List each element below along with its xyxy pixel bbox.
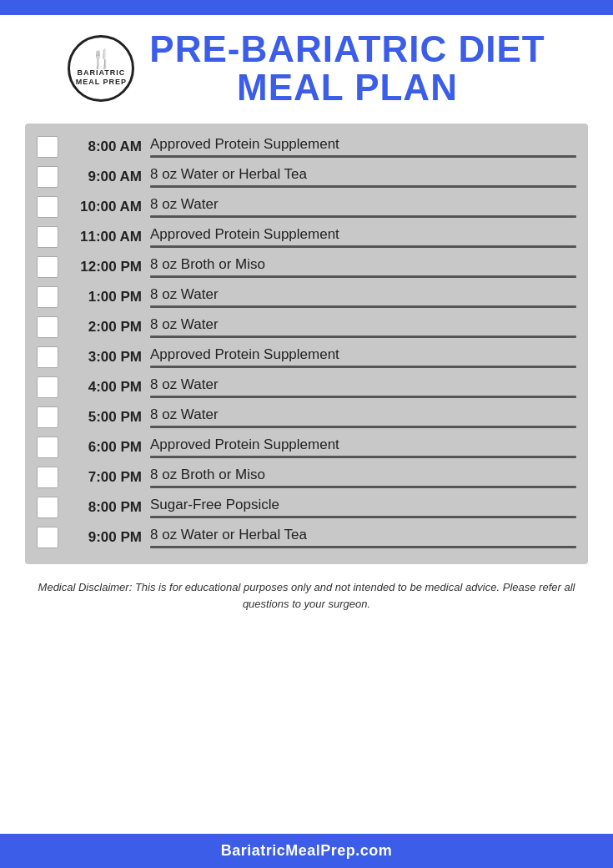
- meal-row: 8:00 AMApproved Protein Supplement: [37, 132, 576, 162]
- meal-plan-container: 8:00 AMApproved Protein Supplement9:00 A…: [25, 124, 588, 564]
- meal-row: 11:00 AMApproved Protein Supplement: [37, 222, 576, 252]
- meal-checkbox[interactable]: [37, 406, 58, 428]
- footer-url: BariatricMealPrep.com: [221, 842, 393, 859]
- meal-checkbox[interactable]: [37, 286, 58, 308]
- meal-checkbox[interactable]: [37, 316, 58, 338]
- meal-underline: [150, 215, 576, 218]
- meal-row: 7:00 PM8 oz Broth or Miso: [37, 462, 576, 492]
- meal-content: 8 oz Water or Herbal Tea: [150, 527, 576, 548]
- meal-underline: [150, 546, 576, 548]
- footer-bar: BariatricMealPrep.com: [0, 834, 613, 868]
- meal-food-text: 8 oz Water: [150, 376, 576, 393]
- meal-time: 1:00 PM: [67, 289, 142, 305]
- header: 🍴 BARIATRICMEAL PREP PRE-BARIATRIC DIET …: [0, 15, 613, 115]
- meal-content: 8 oz Broth or Miso: [150, 467, 576, 488]
- top-bar: [0, 0, 613, 15]
- meal-time: 4:00 PM: [67, 379, 142, 396]
- meal-row: 9:00 AM8 oz Water or Herbal Tea: [37, 162, 576, 192]
- meal-underline: [150, 245, 576, 248]
- meal-underline: [150, 426, 576, 428]
- meal-checkbox[interactable]: [37, 497, 58, 518]
- meal-content: Approved Protein Supplement: [150, 136, 576, 158]
- meal-row: 12:00 PM8 oz Broth or Miso: [37, 252, 576, 282]
- meal-food-text: 8 oz Water: [150, 286, 576, 303]
- title-block: PRE-BARIATRIC DIET MEAL PLAN: [149, 30, 545, 107]
- meal-food-text: 8 oz Water: [150, 406, 576, 423]
- logo: 🍴 BARIATRICMEAL PREP: [68, 35, 134, 102]
- meal-time: 9:00 AM: [67, 169, 142, 185]
- meal-underline: [150, 336, 576, 338]
- meal-time: 8:00 AM: [67, 139, 142, 155]
- meal-row: 3:00 PMApproved Protein Supplement: [37, 342, 576, 372]
- meal-food-text: Approved Protein Supplement: [150, 437, 576, 453]
- meal-food-text: 8 oz Water or Herbal Tea: [150, 527, 576, 543]
- meal-underline: [150, 456, 576, 458]
- meal-food-text: 8 oz Broth or Miso: [150, 467, 576, 483]
- meal-content: 8 oz Water: [150, 286, 576, 308]
- meal-checkbox[interactable]: [37, 527, 58, 548]
- meal-row: 2:00 PM8 oz Water: [37, 312, 576, 342]
- meal-content: 8 oz Water: [150, 406, 576, 428]
- meal-content: Sugar-Free Popsicle: [150, 497, 576, 518]
- meal-underline: [150, 396, 576, 398]
- meal-checkbox[interactable]: [37, 166, 58, 188]
- meal-underline: [150, 275, 576, 278]
- meal-time: 8:00 PM: [67, 499, 142, 516]
- meal-food-text: 8 oz Broth or Miso: [150, 256, 576, 273]
- meal-content: Approved Protein Supplement: [150, 346, 576, 368]
- meal-underline: [150, 155, 576, 158]
- meal-checkbox[interactable]: [37, 376, 58, 398]
- meal-row: 8:00 PMSugar-Free Popsicle: [37, 492, 576, 522]
- meal-row: 5:00 PM8 oz Water: [37, 402, 576, 432]
- meal-content: 8 oz Water or Herbal Tea: [150, 166, 576, 188]
- meal-time: 6:00 PM: [67, 439, 142, 456]
- meal-time: 3:00 PM: [67, 349, 142, 366]
- meal-underline: [150, 516, 576, 518]
- meal-checkbox[interactable]: [37, 346, 58, 368]
- meal-time: 2:00 PM: [67, 319, 142, 336]
- meal-food-text: Approved Protein Supplement: [150, 136, 576, 153]
- meal-time: 9:00 PM: [67, 529, 142, 546]
- meal-content: 8 oz Water: [150, 316, 576, 338]
- page-title: PRE-BARIATRIC DIET MEAL PLAN: [149, 30, 545, 107]
- meal-row: 4:00 PM8 oz Water: [37, 372, 576, 402]
- meal-row: 1:00 PM8 oz Water: [37, 282, 576, 312]
- meal-checkbox[interactable]: [37, 437, 58, 458]
- logo-text: BARIATRICMEAL PREP: [76, 68, 127, 87]
- meal-time: 12:00 PM: [67, 259, 142, 275]
- meal-content: 8 oz Water: [150, 196, 576, 218]
- meal-content: 8 oz Broth or Miso: [150, 256, 576, 278]
- meal-underline: [150, 185, 576, 188]
- meal-checkbox[interactable]: [37, 226, 58, 248]
- meal-time: 5:00 PM: [67, 409, 142, 426]
- meal-row: 9:00 PM8 oz Water or Herbal Tea: [37, 522, 576, 553]
- meal-row: 10:00 AM8 oz Water: [37, 192, 576, 222]
- meal-food-text: Approved Protein Supplement: [150, 226, 576, 243]
- meal-checkbox[interactable]: [37, 196, 58, 218]
- meal-time: 11:00 AM: [67, 229, 142, 245]
- meal-content: Approved Protein Supplement: [150, 226, 576, 248]
- logo-icon: 🍴: [90, 50, 113, 68]
- meal-underline: [150, 486, 576, 488]
- meal-food-text: 8 oz Water: [150, 196, 576, 213]
- meal-time: 10:00 AM: [67, 199, 142, 215]
- meal-food-text: 8 oz Water or Herbal Tea: [150, 166, 576, 183]
- disclaimer: Medical Disclaimer: This is for educatio…: [33, 579, 580, 612]
- meal-food-text: Sugar-Free Popsicle: [150, 497, 576, 513]
- meal-food-text: 8 oz Water: [150, 316, 576, 333]
- meal-checkbox[interactable]: [37, 256, 58, 278]
- meal-checkbox[interactable]: [37, 136, 58, 158]
- meal-time: 7:00 PM: [67, 469, 142, 486]
- meal-content: Approved Protein Supplement: [150, 437, 576, 458]
- meal-food-text: Approved Protein Supplement: [150, 346, 576, 363]
- meal-row: 6:00 PMApproved Protein Supplement: [37, 432, 576, 462]
- meal-content: 8 oz Water: [150, 376, 576, 398]
- meal-underline: [150, 305, 576, 308]
- meal-underline: [150, 366, 576, 368]
- meal-checkbox[interactable]: [37, 467, 58, 488]
